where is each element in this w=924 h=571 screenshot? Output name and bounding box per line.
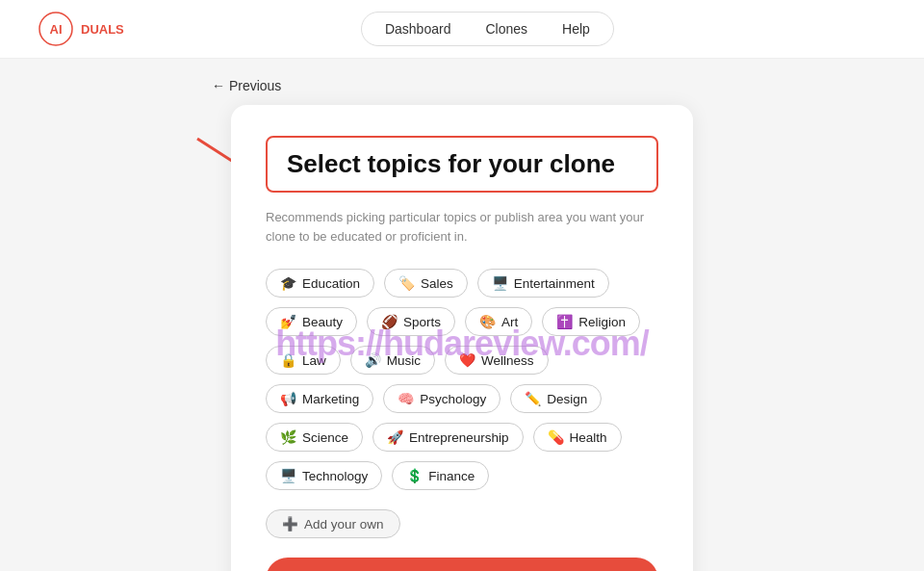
topic-chip-science[interactable]: 🌿Science <box>266 423 363 452</box>
back-button[interactable]: ← Previous <box>212 78 281 93</box>
marketing-label: Marketing <box>302 392 359 406</box>
logo-icon: AI <box>38 12 73 46</box>
sales-label: Sales <box>421 276 453 291</box>
topic-chip-marketing[interactable]: 📢Marketing <box>266 384 373 413</box>
entertainment-label: Entertainment <box>514 276 595 291</box>
science-icon: 🌿 <box>280 429 296 445</box>
education-label: Education <box>302 276 360 291</box>
topic-chip-psychology[interactable]: 🧠Psychology <box>383 384 500 413</box>
wellness-label: Wellness <box>481 353 534 368</box>
sales-icon: 🏷️ <box>398 275 415 291</box>
health-label: Health <box>570 430 607 445</box>
psychology-label: Psychology <box>420 392 486 406</box>
entrepreneurship-icon: 🚀 <box>387 429 403 445</box>
religion-label: Religion <box>578 315 626 329</box>
continue-button[interactable]: Continue <box>266 558 658 571</box>
nav-help[interactable]: Help <box>547 16 605 41</box>
technology-label: Technology <box>302 469 368 483</box>
add-own-button[interactable]: ➕ Add your own <box>266 509 400 538</box>
sports-icon: 🏈 <box>381 314 398 329</box>
svg-text:AI: AI <box>50 22 63 37</box>
psychology-icon: 🧠 <box>398 391 414 406</box>
header: AI DUALS Dashboard Clones Help <box>0 0 924 59</box>
topics-grid: 🎓Education🏷️Sales🖥️Entertainment💅Beauty🏈… <box>266 269 658 490</box>
nav-clones[interactable]: Clones <box>470 16 543 41</box>
topic-chip-finance[interactable]: 💲Finance <box>392 461 489 490</box>
select-topics-card: Select topics for your clone Recommends … <box>231 105 693 571</box>
topic-chip-sports[interactable]: 🏈Sports <box>367 307 455 336</box>
topic-chip-technology[interactable]: 🖥️Technology <box>266 461 382 490</box>
nav-pills: Dashboard Clones Help <box>361 12 614 46</box>
marketing-icon: 📢 <box>280 391 296 406</box>
religion-icon: ✝️ <box>556 314 573 329</box>
topic-chip-health[interactable]: 💊Health <box>533 423 622 452</box>
topic-chip-entrepreneurship[interactable]: 🚀Entrepreneurship <box>372 423 524 452</box>
law-icon: 🔒 <box>280 352 296 368</box>
topic-chip-religion[interactable]: ✝️Religion <box>542 307 640 336</box>
logo: AI DUALS <box>38 12 124 46</box>
law-label: Law <box>302 353 326 368</box>
main-content: ← Previous Select topics for your clone … <box>0 59 924 571</box>
art-icon: 🎨 <box>479 314 496 329</box>
finance-label: Finance <box>428 469 475 483</box>
art-label: Art <box>501 315 518 329</box>
education-icon: 🎓 <box>280 275 296 291</box>
entrepreneurship-label: Entrepreneurship <box>409 430 509 445</box>
add-own-icon: ➕ <box>282 516 298 532</box>
topic-chip-wellness[interactable]: ❤️Wellness <box>445 346 549 375</box>
topic-chip-design[interactable]: ✏️Design <box>510 384 602 413</box>
nav-dashboard[interactable]: Dashboard <box>370 16 467 41</box>
topic-chip-sales[interactable]: 🏷️Sales <box>384 269 468 298</box>
entertainment-icon: 🖥️ <box>492 275 508 291</box>
topic-chip-music[interactable]: 🔊Music <box>350 346 435 375</box>
music-label: Music <box>387 353 421 368</box>
logo-text: DUALS <box>81 22 124 37</box>
technology-icon: 🖥️ <box>280 468 296 483</box>
finance-icon: 💲 <box>406 468 423 483</box>
music-icon: 🔊 <box>365 352 381 368</box>
beauty-label: Beauty <box>302 315 343 329</box>
card-subtitle: Recommends picking particular topics or … <box>266 208 658 246</box>
wellness-icon: ❤️ <box>459 352 475 368</box>
topic-chip-law[interactable]: 🔒Law <box>266 346 341 375</box>
sports-label: Sports <box>403 315 441 329</box>
health-icon: 💊 <box>548 429 564 445</box>
topic-chip-art[interactable]: 🎨Art <box>465 307 532 336</box>
card-title: Select topics for your clone <box>287 149 637 179</box>
topic-chip-beauty[interactable]: 💅Beauty <box>266 307 357 336</box>
add-own-label: Add your own <box>304 517 384 532</box>
science-label: Science <box>302 430 348 445</box>
card-title-box: Select topics for your clone <box>266 136 658 193</box>
beauty-icon: 💅 <box>280 314 296 329</box>
topic-chip-education[interactable]: 🎓Education <box>266 269 374 298</box>
design-label: Design <box>547 392 587 406</box>
topic-chip-entertainment[interactable]: 🖥️Entertainment <box>477 269 609 298</box>
design-icon: ✏️ <box>525 391 541 406</box>
